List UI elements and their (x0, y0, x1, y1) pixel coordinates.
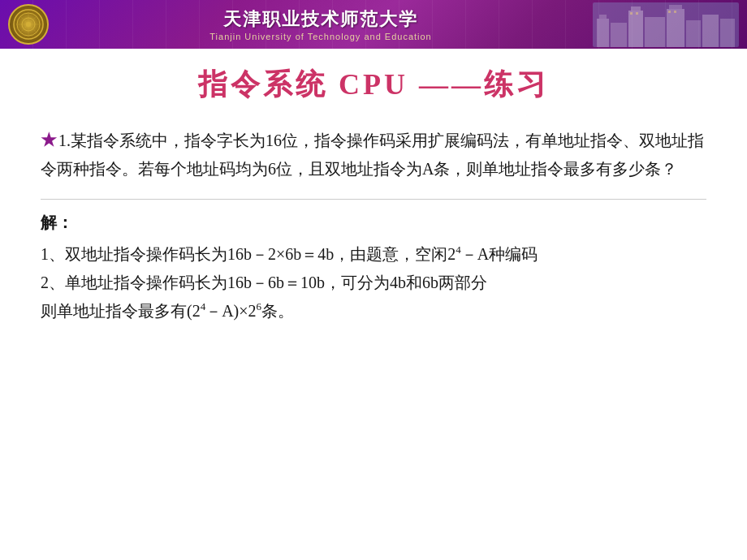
question-section: ★1.某指令系统中，指令字长为16位，指令操作码采用扩展编码法，有单地址指令、双… (41, 125, 706, 183)
svg-rect-11 (611, 23, 627, 47)
svg-rect-18 (702, 15, 719, 47)
svg-rect-14 (645, 17, 665, 47)
solution-line-2: 2、单地址指令操作码长为16b－6b＝10b，可分为4b和6b两部分 (41, 269, 706, 297)
svg-rect-22 (668, 11, 671, 13)
solution-line-1: 1、双地址指令操作码长为16b－2×6b＝4b，由题意，空闲24－A种编码 (41, 240, 706, 269)
svg-rect-20 (630, 12, 633, 15)
solution-line-3: 则单地址指令最多有(24－A)×26条。 (41, 297, 706, 325)
svg-rect-12 (628, 11, 643, 47)
question-number: 1. (58, 131, 71, 149)
university-logo (8, 4, 49, 45)
solution-section: 解： 1、双地址指令操作码长为16b－2×6b＝4b，由题意，空闲24－A种编码… (41, 212, 706, 325)
university-chinese-name: 天津职业技术师范大学 (223, 7, 418, 32)
svg-rect-9 (597, 19, 609, 47)
question-text: ★1.某指令系统中，指令字长为16位，指令操作码采用扩展编码法，有单地址指令、双… (41, 125, 706, 183)
solution-title: 解： (41, 212, 706, 234)
star-marker: ★ (41, 130, 57, 150)
university-english-name: Tianjin University of Technology and Edu… (209, 32, 431, 41)
header-title-area: 天津职业技术师范大学 Tianjin University of Technol… (49, 7, 593, 41)
svg-rect-21 (636, 12, 638, 15)
main-content: 指令系统 CPU ——练习 ★1.某指令系统中，指令字长为16位，指令操作码采用… (0, 49, 747, 560)
logo-inner (12, 8, 45, 41)
header-building (593, 2, 739, 47)
svg-rect-19 (720, 19, 735, 47)
header-banner: 天津职业技术师范大学 Tianjin University of Technol… (0, 0, 747, 49)
svg-rect-23 (674, 11, 676, 13)
divider (41, 199, 706, 200)
question-body: 某指令系统中，指令字长为16位，指令操作码采用扩展编码法，有单地址指令、双地址指… (41, 131, 704, 178)
svg-rect-15 (667, 9, 684, 47)
svg-rect-17 (686, 20, 701, 47)
svg-rect-13 (631, 6, 641, 11)
page-title: 指令系统 CPU ——练习 (41, 65, 706, 105)
svg-rect-16 (669, 5, 682, 9)
svg-rect-10 (599, 15, 607, 19)
